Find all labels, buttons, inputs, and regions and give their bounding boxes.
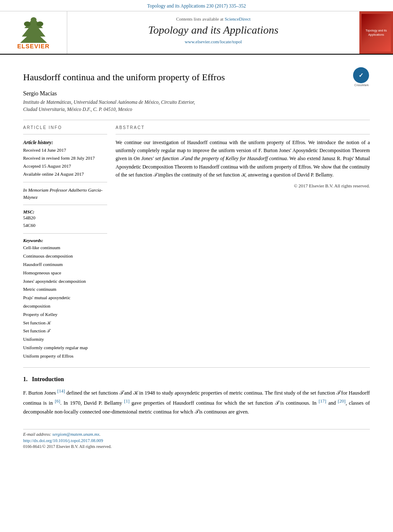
msc-code-1: 54B20 bbox=[23, 214, 107, 222]
journal-logo-area: ELSEVIER bbox=[0, 11, 67, 54]
keyword-10: Set function 𝒯 bbox=[23, 327, 107, 335]
copyright-text: © 2017 Elsevier B.V. All rights reserved… bbox=[116, 183, 370, 188]
keyword-9: Set function 𝒦 bbox=[23, 319, 107, 327]
ref-6[interactable]: [6] bbox=[55, 398, 60, 403]
divider-info-kw bbox=[23, 233, 107, 234]
journal-cover-text: Topology and its Applications bbox=[361, 27, 391, 37]
keyword-8: Property of Kelley bbox=[23, 311, 107, 319]
keyword-12: Uniformly completely regular map bbox=[23, 344, 107, 352]
science-direct-link[interactable]: ScienceDirect bbox=[224, 16, 251, 21]
keyword-7: Prajs' mutual aposyndetic bbox=[23, 294, 107, 302]
abstract-header: ABSTRACT bbox=[116, 125, 370, 130]
divider-main bbox=[23, 367, 370, 368]
issn-text: 0166-8641/© 2017 Elsevier B.V. All right… bbox=[23, 444, 370, 449]
article-title: Hausdorff continua and the uniform prope… bbox=[23, 71, 225, 84]
svg-text:✓: ✓ bbox=[359, 72, 364, 79]
msc-section: MSC: 54B20 54C60 bbox=[23, 209, 107, 229]
journal-url: www.elsevier.com/locate/topol bbox=[76, 39, 351, 44]
science-direct-text: Contents lists available at ScienceDirec… bbox=[76, 16, 351, 21]
journal-header: ELSEVIER Contents lists available at Sci… bbox=[0, 11, 393, 55]
available-online-date: Available online 24 August 2017 bbox=[23, 170, 107, 178]
keywords-label: Keywords: bbox=[23, 238, 107, 243]
msc-label: MSC: bbox=[23, 209, 107, 214]
crossmark-label: CrossMark bbox=[353, 84, 370, 87]
section-number: 1. bbox=[23, 376, 28, 382]
email-link[interactable]: sergiom@matem.unam.mx bbox=[53, 432, 100, 437]
divider-1 bbox=[23, 120, 370, 120]
keyword-2: Continuous decomposition bbox=[23, 252, 107, 261]
crossmark-badge[interactable]: ✓ CrossMark bbox=[353, 67, 370, 84]
keyword-1: Cell-like continuum bbox=[23, 244, 107, 252]
journal-title: Topology and its Applications bbox=[76, 24, 351, 37]
keyword-11: Uniformity bbox=[23, 335, 107, 344]
journal-info-center: Contents lists available at ScienceDirec… bbox=[67, 11, 359, 54]
svg-point-2 bbox=[24, 21, 31, 26]
keyword-3: Hausdorff continuum bbox=[23, 261, 107, 269]
abstract-col: ABSTRACT We continue our investigation o… bbox=[116, 125, 370, 360]
email-line: E-mail address: sergiom@matem.unam.mx. bbox=[23, 432, 370, 437]
divider-info-top bbox=[23, 134, 107, 134]
journal-cover-image: Topology and its Applications bbox=[361, 14, 391, 52]
in-memoriam-text: In Memoriam Professor Adalberto García-M… bbox=[23, 187, 107, 200]
keyword-7b: decomposition bbox=[23, 302, 107, 311]
crossmark-svg-icon: ✓ bbox=[356, 70, 367, 81]
divider-abstract-top bbox=[116, 134, 370, 134]
keyword-5: Jones' aposyndetic decomposition bbox=[23, 277, 107, 286]
ref-20[interactable]: [20] bbox=[338, 398, 346, 403]
introduction-paragraph-1: F. Burton Jones [14] defined the set fun… bbox=[23, 387, 370, 416]
ref-1[interactable]: [1] bbox=[124, 398, 129, 403]
keyword-6: Metric continuum bbox=[23, 285, 107, 294]
journal-cover-thumb: Topology and its Applications bbox=[359, 11, 393, 54]
divider-info-mid bbox=[23, 182, 107, 182]
ref-17[interactable]: [17] bbox=[319, 398, 326, 403]
abstract-text: We continue our investigation of Hausdor… bbox=[116, 139, 370, 179]
accepted-date: Accepted 15 August 2017 bbox=[23, 162, 107, 170]
footer-area: E-mail address: sergiom@matem.unam.mx. h… bbox=[23, 429, 370, 449]
elsevier-logo: ELSEVIER bbox=[17, 16, 50, 50]
doi-link[interactable]: http://dx.doi.org/10.1016/j.topol.2017.0… bbox=[23, 438, 370, 443]
elsevier-tree-icon bbox=[17, 16, 50, 43]
top-bar: Topology and its Applications 230 (2017)… bbox=[0, 0, 393, 11]
svg-point-3 bbox=[37, 21, 43, 26]
keyword-4: Homogeneous space bbox=[23, 269, 107, 277]
article-info-col: ARTICLE INFO Article history: Received 1… bbox=[23, 125, 107, 360]
title-row: Hausdorff continua and the uniform prope… bbox=[23, 63, 370, 87]
svg-point-4 bbox=[31, 17, 37, 22]
ref-14[interactable]: [14] bbox=[57, 388, 65, 393]
main-content: Hausdorff continua and the uniform prope… bbox=[0, 55, 393, 457]
article-info-header: ARTICLE INFO bbox=[23, 125, 107, 130]
keyword-13: Uniform property of Effros bbox=[23, 352, 107, 361]
received-revised-date: Received in revised form 28 July 2017 bbox=[23, 154, 107, 162]
keywords-section: Keywords: Cell-like continuum Continuous… bbox=[23, 238, 107, 360]
crossmark-icon: ✓ bbox=[353, 67, 369, 83]
author-affiliation: Instituto de Matemáticas, Universidad Na… bbox=[23, 99, 370, 113]
msc-code-2: 54C60 bbox=[23, 222, 107, 229]
author-name: Sergio Macías bbox=[23, 90, 370, 97]
article-history-block: Article history: Received 14 June 2017 R… bbox=[23, 139, 107, 178]
elsevier-brand-text: ELSEVIER bbox=[17, 43, 50, 50]
article-info-abstract: ARTICLE INFO Article history: Received 1… bbox=[23, 125, 370, 360]
history-label: Article history: bbox=[23, 139, 107, 146]
divider-info-msc bbox=[23, 205, 107, 205]
journal-reference-link[interactable]: Topology and its Applications 230 (2017)… bbox=[147, 3, 246, 8]
keywords-list: Cell-like continuum Continuous decomposi… bbox=[23, 244, 107, 360]
journal-url-link[interactable]: www.elsevier.com/locate/topol bbox=[185, 39, 242, 44]
introduction-title: 1. Introduction bbox=[23, 376, 370, 383]
email-label: E-mail address: bbox=[23, 432, 51, 437]
received-date: Received 14 June 2017 bbox=[23, 146, 107, 154]
section-name: Introduction bbox=[32, 376, 64, 382]
